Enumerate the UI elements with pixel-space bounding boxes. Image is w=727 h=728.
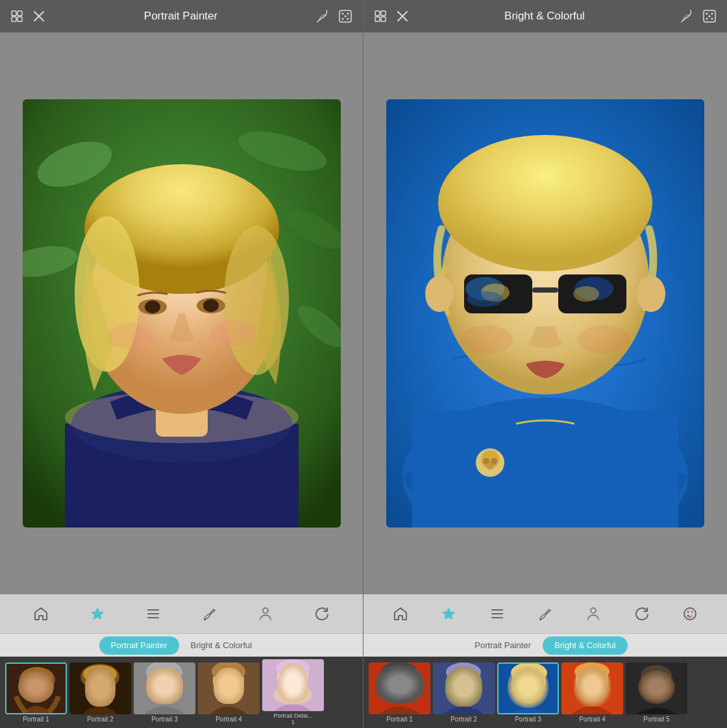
feather-icon-right[interactable] <box>680 9 693 23</box>
right-thumb-5[interactable]: Portrait 5 <box>626 662 687 723</box>
svg-rect-3 <box>18 17 22 21</box>
svg-rect-56 <box>381 11 386 16</box>
svg-point-109 <box>512 664 546 700</box>
right-tab-bright-colorful[interactable]: Bright & Colorful <box>543 637 628 655</box>
left-thumb-img-1[interactable] <box>5 662 67 714</box>
svg-rect-115 <box>626 662 687 714</box>
left-thumb-1[interactable]: Portrait 1 <box>5 662 67 723</box>
svg-rect-1 <box>18 11 22 16</box>
svg-point-53 <box>276 659 310 677</box>
left-thumb-3[interactable]: Portrait 3 <box>134 662 195 723</box>
svg-rect-57 <box>375 17 380 21</box>
svg-point-65 <box>711 18 713 20</box>
left-thumb-5[interactable]: Portrait Detai...1 <box>262 659 324 725</box>
svg-point-64 <box>706 18 708 20</box>
svg-rect-103 <box>388 682 410 694</box>
right-thumb-img-5[interactable] <box>626 662 687 714</box>
svg-point-44 <box>83 665 117 683</box>
svg-rect-111 <box>517 685 541 696</box>
right-panel: Bright & Colorful <box>364 0 727 728</box>
svg-point-85 <box>573 286 599 302</box>
svg-point-113 <box>576 663 608 698</box>
left-thumb-img-5[interactable] <box>262 659 324 711</box>
left-toolbar <box>0 594 363 633</box>
svg-point-101 <box>382 662 416 699</box>
rotate-icon-right[interactable] <box>630 602 654 625</box>
home-icon-right[interactable] <box>389 602 412 625</box>
grid-icon-right[interactable] <box>374 10 387 23</box>
close-icon-right[interactable] <box>396 10 409 23</box>
right-tab-bar: Portrait Painter Bright & Colorful <box>364 633 727 657</box>
right-panel-title: Bright & Colorful <box>409 10 680 23</box>
left-tab-bright-colorful[interactable]: Bright & Colorful <box>179 637 264 655</box>
home-icon-left[interactable] <box>29 602 53 625</box>
svg-rect-55 <box>375 11 380 16</box>
svg-point-50 <box>212 662 245 682</box>
left-tab-bar: Portrait Painter Bright & Colorful <box>0 633 363 657</box>
grid-icon-left[interactable] <box>10 10 23 23</box>
svg-point-9 <box>342 18 344 20</box>
svg-point-99 <box>689 616 691 618</box>
list-icon-left[interactable] <box>142 602 165 625</box>
left-header: Portrait Painter <box>0 0 363 32</box>
left-thumbnail-strip: Portrait 1 Portrait 2 <box>0 657 363 728</box>
right-thumb-img-3[interactable] <box>497 662 559 714</box>
person-icon-right[interactable] <box>582 602 605 625</box>
svg-point-63 <box>711 13 713 15</box>
svg-point-42 <box>80 664 119 690</box>
svg-point-7 <box>342 13 344 15</box>
right-thumb-img-1[interactable] <box>369 662 430 714</box>
palette-icon-right[interactable] <box>678 602 702 625</box>
person-icon-left[interactable] <box>254 602 277 625</box>
svg-point-89 <box>637 276 665 312</box>
svg-point-47 <box>146 662 182 684</box>
right-thumb-img-4[interactable] <box>561 662 623 714</box>
svg-rect-80 <box>532 287 558 293</box>
svg-point-10 <box>347 18 349 20</box>
right-thumb-3[interactable]: Portrait 3 <box>497 662 559 723</box>
left-thumb-2[interactable]: Portrait 2 <box>69 662 131 723</box>
svg-point-88 <box>425 276 454 312</box>
right-thumb-1[interactable]: Portrait 1 <box>369 662 430 723</box>
list-icon-right[interactable] <box>486 602 509 625</box>
left-thumb-img-2[interactable] <box>69 662 131 714</box>
right-thumb-label-5: Portrait 5 <box>643 716 670 723</box>
svg-rect-0 <box>12 11 16 16</box>
right-thumb-img-2[interactable] <box>433 662 495 714</box>
svg-point-31 <box>107 323 153 349</box>
svg-point-83 <box>467 291 503 307</box>
left-thumb-img-3[interactable] <box>134 662 195 714</box>
right-tab-portrait-painter[interactable]: Portrait Painter <box>463 637 543 655</box>
left-thumb-label-3: Portrait 3 <box>151 716 178 723</box>
left-thumb-label-4: Portrait 4 <box>216 716 242 723</box>
left-tab-portrait-painter[interactable]: Portrait Painter <box>99 637 179 655</box>
right-thumb-2[interactable]: Portrait 2 <box>433 662 495 723</box>
svg-point-98 <box>691 615 693 617</box>
right-thumb-label-1: Portrait 1 <box>386 716 413 723</box>
star-icon-right[interactable] <box>437 602 460 625</box>
right-thumb-4[interactable]: Portrait 4 <box>561 662 623 723</box>
svg-point-110 <box>511 664 547 683</box>
dice-icon-right[interactable] <box>702 9 717 23</box>
svg-rect-2 <box>12 17 16 21</box>
svg-point-39 <box>24 670 50 699</box>
svg-point-66 <box>709 16 711 18</box>
close-icon-left[interactable] <box>32 10 45 23</box>
dice-icon-left[interactable] <box>338 9 352 23</box>
svg-point-106 <box>446 662 481 682</box>
left-thumb-4[interactable]: Portrait 4 <box>198 662 260 723</box>
brush-icon-left[interactable] <box>198 602 221 625</box>
feather-icon-left[interactable] <box>316 9 329 23</box>
left-thumb-img-4[interactable] <box>198 662 260 714</box>
rotate-icon-left[interactable] <box>310 602 334 625</box>
left-panel-title: Portrait Painter <box>45 10 316 23</box>
svg-point-75 <box>486 462 494 470</box>
svg-point-11 <box>345 16 347 18</box>
brush-icon-right[interactable] <box>534 602 557 625</box>
svg-point-62 <box>706 13 708 15</box>
svg-point-117 <box>641 665 672 686</box>
svg-point-114 <box>574 662 610 681</box>
svg-point-93 <box>591 608 596 613</box>
star-icon-left[interactable] <box>86 602 109 625</box>
svg-point-77 <box>438 135 652 271</box>
